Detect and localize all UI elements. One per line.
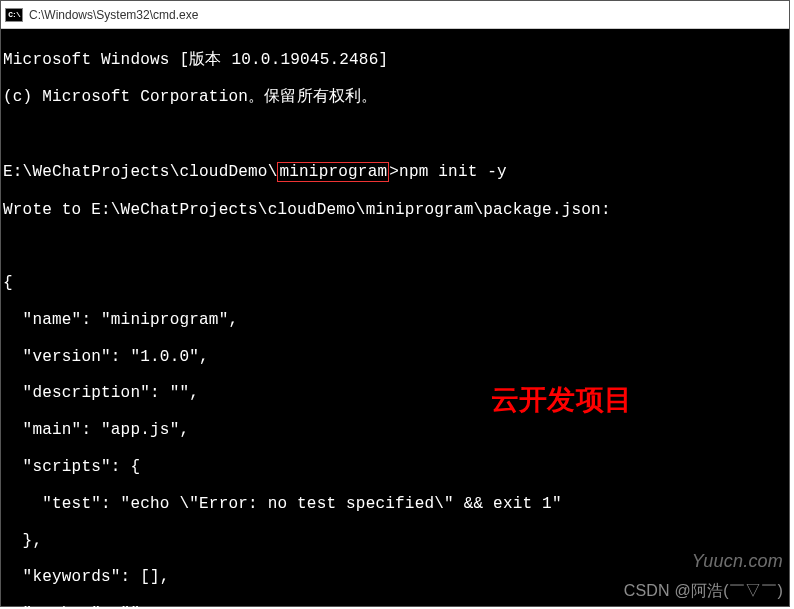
highlighted-path: miniprogram xyxy=(277,162,389,182)
json-line: "description": "", xyxy=(3,384,787,402)
json-line: "main": "app.js", xyxy=(3,421,787,439)
json-line: }, xyxy=(3,532,787,550)
cmd-window: C:\ C:\Windows\System32\cmd.exe Microsof… xyxy=(0,0,790,607)
watermark-csdn: CSDN @阿浩(￣▽￣) xyxy=(624,582,783,600)
json-line: "scripts": { xyxy=(3,458,787,476)
watermark-yuucn: Yuucn.com xyxy=(692,551,783,572)
wrote-line: Wrote to E:\WeChatProjects\cloudDemo\min… xyxy=(3,201,787,219)
json-line: "author": "", xyxy=(3,605,787,609)
titlebar[interactable]: C:\ C:\Windows\System32\cmd.exe xyxy=(1,1,789,29)
header-line: Microsoft Windows [版本 10.0.19045.2486] xyxy=(3,51,787,69)
prompt-line-1: E:\WeChatProjects\cloudDemo\miniprogram>… xyxy=(3,162,787,182)
terminal-output[interactable]: Microsoft Windows [版本 10.0.19045.2486] (… xyxy=(1,29,789,606)
json-line: "version": "1.0.0", xyxy=(3,348,787,366)
annotation-label: 云开发项目 xyxy=(491,384,632,416)
copyright-line: (c) Microsoft Corporation。保留所有权利。 xyxy=(3,88,787,106)
json-line: "name": "miniprogram", xyxy=(3,311,787,329)
json-line: "test": "echo \"Error: no test specified… xyxy=(3,495,787,513)
cmd-icon: C:\ xyxy=(5,8,23,22)
json-brace: { xyxy=(3,274,787,292)
titlebar-text: C:\Windows\System32\cmd.exe xyxy=(29,8,198,22)
